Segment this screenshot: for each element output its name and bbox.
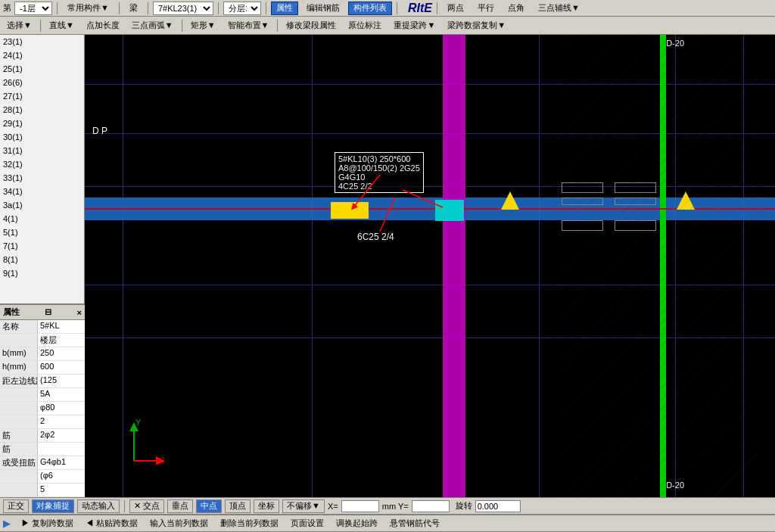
origin-btn[interactable]: 原位标注	[343, 19, 387, 33]
svg-marker-0	[501, 191, 519, 210]
y-input[interactable]	[412, 500, 450, 512]
left-list-item[interactable]: 34(1)	[0, 185, 84, 198]
props-row: 筋 2φ2	[0, 429, 85, 443]
sep-t2-2	[182, 20, 182, 32]
yellow-marker-left	[331, 202, 369, 219]
props-row: 5A	[0, 388, 85, 402]
main-area: 23(1)24(1)25(1)26(6)27(1)28(1)29(1)30(1)…	[0, 35, 775, 497]
left-list-item[interactable]: 26(6)	[0, 76, 84, 89]
component-list-btn[interactable]: 构件列表	[348, 2, 392, 15]
beam-vertical-purple-1	[443, 35, 465, 497]
left-list-item[interactable]: 25(1)	[0, 62, 84, 76]
delete-cur-btn[interactable]: 删除当前列数据	[216, 517, 283, 530]
two-point-btn[interactable]: 两点	[442, 2, 469, 15]
point-inc-btn[interactable]: 点加长度	[81, 19, 125, 33]
beam-btn[interactable]: 梁	[124, 2, 143, 15]
left-list-item[interactable]: 4(1)	[0, 212, 84, 226]
props-label	[0, 388, 38, 401]
props-row: 5	[0, 484, 85, 497]
data-copy-btn[interactable]: 梁跨数据复制▼	[442, 19, 511, 33]
midpoint-btn[interactable]: 垂点	[167, 499, 193, 513]
left-list-item[interactable]: 31(1)	[0, 144, 84, 157]
left-list-item[interactable]: 30(1)	[0, 130, 84, 144]
smart-btn[interactable]: 智能布置▼	[223, 19, 275, 33]
re-span-btn[interactable]: 重提梁跨▼	[388, 19, 440, 33]
annotation-line-2: A8@100/150(2) 2G25	[338, 163, 420, 173]
rotate-label: 旋转	[456, 500, 472, 512]
sub-select[interactable]: 分层1	[223, 2, 261, 15]
y-label: mm Y=	[382, 502, 409, 511]
dynamic-btn[interactable]: 动态输入	[77, 499, 120, 513]
input-cur-btn[interactable]: 输入当前列数据	[145, 517, 213, 530]
x-input[interactable]	[341, 500, 379, 512]
props-value: (125	[38, 375, 85, 387]
props-close-btn[interactable]: ×	[77, 308, 82, 317]
modify-btn[interactable]: 修改梁段属性	[281, 19, 341, 33]
element-select[interactable]: 7#KL23(1)	[153, 2, 213, 15]
left-list-item[interactable]: 28(1)	[0, 103, 84, 117]
props-value: 2φ2	[38, 429, 85, 442]
snap-btn[interactable]: 对象捕捉	[32, 499, 74, 513]
left-list-item[interactable]: 29(1)	[0, 117, 84, 130]
left-list-item[interactable]: 5(1)	[0, 226, 84, 239]
select-btn[interactable]: 选择▼	[2, 19, 37, 33]
edit-steel-btn[interactable]: 编辑钢筋	[301, 2, 345, 15]
left-list-item[interactable]: 27(1)	[0, 89, 84, 103]
props-value: 2	[38, 415, 85, 428]
arc-btn[interactable]: 三点画弧▼	[126, 19, 179, 33]
yellow-triangle-1	[500, 190, 521, 213]
annotation-line-3: G4G10	[338, 173, 420, 182]
coord-btn[interactable]: 坐标	[254, 499, 279, 513]
copy-span-btn[interactable]: ▶ 复制跨数据	[17, 517, 78, 530]
props-float-btn[interactable]: ⊟	[45, 307, 51, 317]
sep-t2-3	[277, 20, 278, 32]
left-list-item[interactable]: 32(1)	[0, 157, 84, 171]
rotate-input[interactable]	[475, 500, 521, 512]
svg-rect-10	[554, 35, 758, 497]
props-value: 楼层	[38, 334, 85, 347]
status-bar: 正交 对象捕捉 动态输入 ✕ 交点 垂点 中点 顶点 坐标 不偏移▼ X= mm…	[0, 497, 775, 514]
left-list-item[interactable]: 24(1)	[0, 48, 84, 62]
left-list-item[interactable]: 33(1)	[0, 171, 84, 185]
left-list[interactable]: 23(1)24(1)25(1)26(6)27(1)28(1)29(1)30(1)…	[0, 35, 84, 304]
canvas-area[interactable]: 5#KL10(3) 250*600 A8@100/150(2) 2G25 G4G…	[85, 35, 775, 497]
center-btn[interactable]: 中点	[196, 499, 222, 513]
left-list-item[interactable]: 3a(1)	[0, 198, 84, 212]
parallel-btn[interactable]: 平行	[472, 2, 500, 15]
props-row: 筋	[0, 443, 85, 456]
props-value: 5	[38, 484, 85, 496]
vertex-btn[interactable]: 顶点	[225, 499, 251, 513]
line-btn[interactable]: 直线▼	[44, 19, 79, 33]
axis-indicator: Y X	[119, 419, 164, 467]
layer-select[interactable]: -1层	[14, 2, 52, 15]
no-offset-btn[interactable]: 不偏移▼	[282, 499, 325, 513]
props-label: 距左边线距	[0, 375, 38, 387]
props-title: 属性	[3, 306, 20, 318]
point-angle-btn[interactable]: 点角	[503, 2, 530, 15]
page-setup-btn[interactable]: 页面设置	[286, 517, 328, 530]
suspend-btn[interactable]: 悬管钢筋代号	[385, 517, 444, 530]
left-list-item[interactable]: 7(1)	[0, 239, 84, 253]
props-label	[0, 334, 38, 347]
layer-label: 第	[3, 2, 11, 14]
left-list-item[interactable]: 23(1)	[0, 35, 84, 48]
props-value: 5#KL	[38, 320, 85, 333]
cyan-square-marker	[435, 200, 450, 221]
attrs-btn[interactable]: 属性	[271, 2, 298, 15]
bottom-panel: ▶ ▶ 复制跨数据 ◀ 粘贴跨数据 输入当前列数据 删除当前列数据 页面设置 调…	[0, 514, 775, 532]
component-type-btn[interactable]: 常用构件▼	[62, 2, 114, 15]
props-label	[0, 470, 38, 483]
rect-btn[interactable]: 矩形▼	[185, 19, 221, 33]
left-list-item[interactable]: 8(1)	[0, 253, 84, 266]
props-row: 楼层	[0, 334, 85, 347]
props-value: 600	[38, 361, 85, 374]
toggle-start-btn[interactable]: 调换起始跨	[331, 517, 382, 530]
sep7	[437, 2, 437, 14]
left-list-item[interactable]: 9(1)	[0, 266, 84, 280]
sep2	[119, 2, 120, 14]
ortho-btn[interactable]: 正交	[3, 499, 29, 513]
props-label: b(mm)	[0, 347, 38, 360]
paste-span-btn[interactable]: ◀ 粘贴跨数据	[81, 517, 142, 530]
three-point-aux-btn[interactable]: 三点辅线▼	[533, 2, 585, 15]
intersect-btn[interactable]: ✕ 交点	[129, 499, 164, 513]
